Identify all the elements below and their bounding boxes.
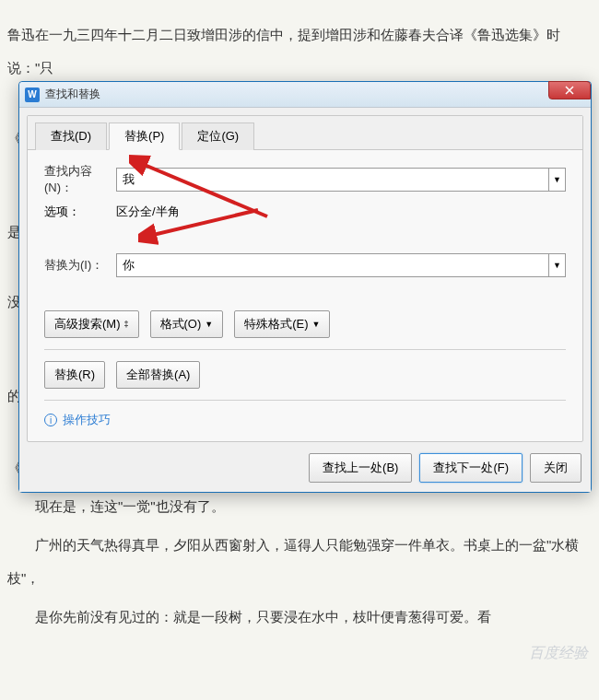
replace-input[interactable] <box>116 253 549 277</box>
tips-row: i 操作技巧 <box>44 412 566 428</box>
dialog-close-button[interactable]: 关闭 <box>530 453 581 483</box>
advanced-search-button[interactable]: 高级搜索(M) ‡ <box>44 310 139 338</box>
doc-paragraph: 是你先前没有见过的：就是一段树，只要浸在水中，枝叶便青葱得可爱。看 <box>7 601 592 634</box>
replace-button[interactable]: 替换(R) <box>44 361 105 389</box>
doc-paragraph: 鲁迅在一九三四年十二月二日致增田涉的信中，提到增田涉和佐藤春夫合译《鲁迅选集》时… <box>7 18 592 85</box>
format-button[interactable]: 格式(O) ▼ <box>150 310 224 338</box>
separator <box>44 349 566 350</box>
chevron-down-icon: ▼ <box>205 320 213 329</box>
replace-all-button[interactable]: 全部替换(A) <box>116 361 200 389</box>
replace-button-row: 替换(R) 全部替换(A) <box>44 361 566 389</box>
caret-icon: ‡ <box>124 320 129 329</box>
tab-replace[interactable]: 替换(P) <box>109 122 180 150</box>
info-icon: i <box>44 414 57 426</box>
find-next-button[interactable]: 查找下一处(F) <box>419 453 523 483</box>
find-replace-dialog: W 查找和替换 查找(D) 替换(P) 定位(G) 查找内容(N)： ▼ 选项：… <box>18 81 592 493</box>
format-button-row: 高级搜索(M) ‡ 格式(O) ▼ 特殊格式(E) ▼ <box>44 310 566 338</box>
dialog-body: 查找(D) 替换(P) 定位(G) 查找内容(N)： ▼ 选项： 区分全/半角 … <box>19 108 591 492</box>
tab-find[interactable]: 查找(D) <box>35 122 107 150</box>
dialog-titlebar[interactable]: W 查找和替换 <box>19 82 591 108</box>
replace-label: 替换为(I)： <box>44 257 116 274</box>
options-value: 区分全/半角 <box>116 204 180 220</box>
special-format-button[interactable]: 特殊格式(E) ▼ <box>234 310 330 338</box>
dialog-bottom-buttons: 查找上一处(B) 查找下一处(F) 关闭 <box>309 453 581 483</box>
find-dropdown[interactable]: ▼ <box>549 168 566 192</box>
chevron-down-icon: ▼ <box>312 320 321 329</box>
tab-content: 查找内容(N)： ▼ 选项： 区分全/半角 替换为(I)： ▼ 高级搜索(M) … <box>28 150 582 441</box>
options-row: 选项： 区分全/半角 <box>44 204 566 220</box>
close-button[interactable] <box>548 81 591 99</box>
find-input[interactable] <box>116 168 549 192</box>
tab-goto[interactable]: 定位(G) <box>182 122 254 150</box>
watermark: 百度经验 <box>529 644 588 663</box>
tips-link[interactable]: 操作技巧 <box>63 412 111 428</box>
doc-paragraph: 广州的天气热得真早，夕阳从西窗射入，逼得人只能勉强穿一件单衣。书桌上的一盆"水横… <box>7 529 592 595</box>
app-icon: W <box>25 88 40 102</box>
find-prev-button[interactable]: 查找上一处(B) <box>309 453 412 483</box>
replace-dropdown[interactable]: ▼ <box>549 253 566 277</box>
replace-row: 替换为(I)： ▼ <box>44 253 566 277</box>
dialog-panel: 查找(D) 替换(P) 定位(G) 查找内容(N)： ▼ 选项： 区分全/半角 … <box>27 115 583 442</box>
close-icon <box>565 86 574 95</box>
find-row: 查找内容(N)： ▼ <box>44 163 566 196</box>
find-label: 查找内容(N)： <box>44 163 116 196</box>
tab-bar: 查找(D) 替换(P) 定位(G) <box>28 116 582 150</box>
separator <box>44 400 566 401</box>
dialog-title: 查找和替换 <box>45 87 100 102</box>
doc-paragraph: 现在是，连这"一觉"也没有了。 <box>7 490 592 523</box>
options-label: 选项： <box>44 204 116 220</box>
